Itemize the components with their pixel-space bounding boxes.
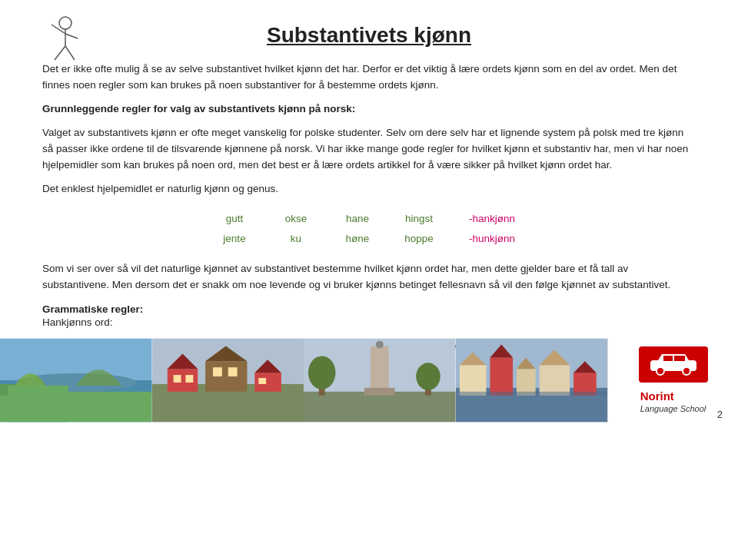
logo-brand: Norint — [640, 389, 674, 404]
word-hingst: hingst — [405, 210, 433, 227]
svg-rect-23 — [228, 368, 237, 377]
svg-rect-28 — [364, 388, 395, 396]
svg-point-29 — [376, 341, 384, 349]
label-hunkjonn: -hunkjønn — [469, 230, 515, 247]
scene-monument-svg — [304, 338, 456, 422]
bottom-image-2 — [152, 338, 304, 422]
svg-rect-26 — [304, 392, 456, 422]
grammar-line-1: Hankjønns ord: — [42, 315, 696, 331]
svg-rect-52 — [674, 356, 685, 361]
svg-rect-46 — [459, 392, 607, 396]
paragraph-2: Valget av substantivets kjønn er ofte me… — [42, 125, 696, 174]
svg-rect-24 — [258, 378, 266, 384]
scene-fjord-svg — [0, 338, 152, 422]
bottom-image-1 — [0, 338, 152, 422]
svg-rect-38 — [490, 358, 513, 396]
paragraph-3: Det enklest hjelpemidlet er naturlig kjø… — [42, 181, 696, 197]
svg-rect-27 — [371, 346, 389, 392]
word-jente: jente — [223, 230, 245, 247]
svg-line-3 — [65, 34, 78, 38]
svg-point-0 — [59, 17, 71, 29]
svg-point-50 — [683, 367, 690, 375]
svg-line-4 — [55, 46, 65, 60]
label-hankjonn: -hankjønn — [469, 210, 515, 227]
svg-rect-40 — [517, 369, 536, 396]
word-gutt: gutt — [226, 210, 244, 227]
svg-rect-11 — [8, 386, 68, 422]
scene-waterfront-svg — [456, 338, 608, 422]
word-col-1: gutt jente — [204, 210, 265, 247]
word-hane: hane — [346, 210, 369, 227]
paragraph-4: Som vi ser over så vil det naturlige kjø… — [42, 261, 696, 293]
word-okse: okse — [285, 210, 308, 227]
bottom-strip: Norint Language School — [0, 338, 738, 426]
stick-figure-illustration — [42, 15, 88, 61]
car-icon — [647, 351, 700, 376]
word-col-5: -hankjønn -hunkjønn — [450, 210, 534, 247]
paragraph-1: Det er ikke ofte mulig å se av selve sub… — [42, 61, 696, 94]
svg-rect-36 — [459, 366, 486, 396]
svg-rect-16 — [205, 362, 247, 393]
svg-rect-20 — [173, 375, 181, 383]
word-hoppe: hoppe — [404, 230, 434, 247]
svg-line-5 — [65, 46, 75, 60]
word-ku: ku — [291, 230, 301, 247]
bottom-image-3 — [304, 338, 456, 422]
logo-red-box — [639, 346, 708, 383]
svg-rect-51 — [663, 356, 673, 361]
word-table: gutt jente okse ku hane høne hingst hopp… — [42, 210, 696, 247]
word-col-2: okse ku — [265, 210, 327, 247]
word-col-3: hane høne — [327, 210, 388, 247]
grammar-heading: Grammatiske regler: — [42, 303, 696, 315]
svg-rect-22 — [213, 368, 222, 377]
svg-point-49 — [657, 367, 664, 375]
bottom-image-4 — [456, 338, 608, 422]
svg-point-31 — [308, 356, 336, 389]
page-title-area: Substantivets kjønn — [42, 23, 696, 48]
scene-village-svg — [152, 338, 304, 422]
logo-subtitle: Language School — [640, 403, 706, 414]
word-hone: høne — [346, 230, 370, 247]
word-col-4: hingst hoppe — [388, 210, 450, 247]
page-number: 2 — [717, 409, 723, 420]
svg-rect-21 — [185, 375, 193, 383]
svg-rect-42 — [539, 366, 570, 396]
page-title: Substantivets kjønn — [267, 23, 471, 48]
bottom-images — [0, 338, 607, 426]
section-heading-1: Grunnleggende regler for valg av substan… — [42, 101, 696, 118]
svg-point-33 — [416, 363, 440, 391]
